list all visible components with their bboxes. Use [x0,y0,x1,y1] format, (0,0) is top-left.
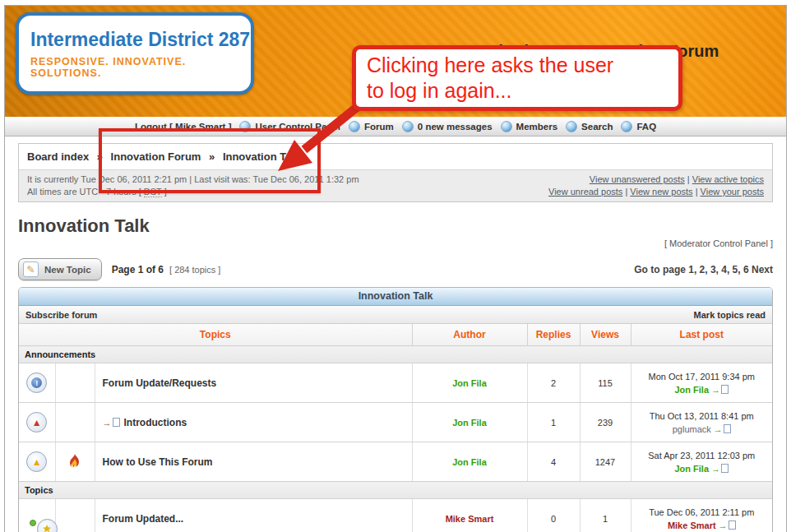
nav-search[interactable]: Search [566,121,613,132]
sticky-red-icon: ▲ [26,412,47,433]
view-your-link[interactable]: View your posts [701,187,764,197]
nav-forum[interactable]: Forum [349,121,394,132]
topic-count: [ 284 topics ] [169,265,220,275]
topic-author[interactable]: Mike Smart [412,499,527,532]
mark-topics-read-link[interactable]: Mark topics read [694,310,766,320]
topic-title[interactable]: Forum Update/Requests [95,363,412,403]
timezone-suffix: ] [162,187,167,197]
topic-author[interactable]: Jon Fila [412,442,527,482]
last-post-date: Sat Apr 23, 2011 12:03 pm [632,449,772,462]
goto-last-post-icon[interactable]: → [711,385,729,395]
breadcrumb-separator: » [209,150,215,163]
breadcrumb: Board index » Innovation Forum » Innovat… [19,144,772,169]
logo-tagline: RESPONSIVE. INNOVATIVE. SOLUTIONS. [30,56,251,79]
next-page-link[interactable]: Next [752,264,773,275]
announce-glyph: ! [31,377,42,388]
topic-views: 239 [580,403,631,442]
column-replies[interactable]: Replies [527,324,580,346]
nav-messages[interactable]: 0 new messages [402,121,493,132]
site-header: Intermediate District 287 RESPONSIVE. IN… [5,6,786,117]
faq-icon [621,121,632,132]
column-lastpost[interactable]: Last post [631,324,772,346]
topic-title[interactable]: How to Use This Forum [95,442,412,482]
view-active-link[interactable]: View active topics [692,174,764,184]
breadcrumb-innovation-talk[interactable]: Innovation Talk [223,150,300,163]
topic-title[interactable]: Introductions [124,417,187,428]
district-287-logo[interactable]: Intermediate District 287 RESPONSIVE. IN… [16,12,254,95]
topic-author[interactable]: Jon Fila [412,363,527,403]
topic-status-cell: ▲ [19,403,55,442]
last-post-user[interactable]: Jon Fila [674,464,709,474]
view-new-link[interactable]: View new posts [630,187,692,197]
topic-author[interactable]: Jon Fila [412,403,527,442]
goto-last-post-icon[interactable]: → [714,424,731,434]
topic-title[interactable]: Forum Updated... [95,499,412,532]
members-icon [501,121,512,132]
goto-newest-post-icon[interactable]: → [103,417,120,428]
last-post-cell: Tue Dec 06, 2011 2:11 pm Mike Smart→ [631,499,772,532]
topic-extra-cell [55,403,95,442]
topic-title-cell: →Introductions [95,403,412,442]
nav-faq[interactable]: FAQ [621,121,656,132]
subscribe-forum-link[interactable]: Subscribe forum [25,310,97,320]
warning-triangle-glyph: ▲ [32,457,42,467]
page-title: Innovation Talk [18,215,773,237]
breadcrumb-box: Board index » Innovation Forum » Innovat… [18,143,773,202]
last-post-user[interactable]: Mike Smart [668,520,716,530]
view-unanswered-link[interactable]: View unanswered posts [590,174,685,184]
topic-replies: 2 [527,363,580,403]
column-author[interactable]: Author [412,324,527,346]
nav-user-control-panel[interactable]: User Control Panel [239,121,340,132]
topic-extra-cell [55,442,95,482]
last-post-date: Mon Oct 17, 2011 9:34 pm [632,370,772,383]
new-topic-label: New Topic [44,265,91,275]
table-row: ★ Forum Updated... Mike Smart 0 1 Tue De… [19,499,772,532]
breadcrumb-innovation-forum[interactable]: Innovation Forum [111,150,201,163]
table-row: ▲ →Introductions Jon Fila 1 239 Thu Oct … [19,403,772,442]
search-icon [566,121,577,132]
current-time: It is currently Tue Dec 06, 2011 2:21 pm… [27,173,359,186]
info-row: It is currently Tue Dec 06, 2011 2:21 pm… [19,169,772,201]
view-links: View unanswered posts | View active topi… [548,173,764,198]
section-announcements: Announcements [19,346,772,363]
timezone-prefix: All times are UTC - 7 hours [ [27,187,144,197]
nav-search-label: Search [581,122,613,132]
pencil-icon: ✎ [23,261,39,277]
nav-logout[interactable]: Logout [ Mike Smart ] [135,122,232,132]
page-frame: Intermediate District 287 RESPONSIVE. IN… [4,5,787,532]
nav-ucp-label: User Control Panel [255,122,340,132]
goto-last-post-icon[interactable]: → [711,464,729,474]
last-post-cell: Thu Oct 13, 2011 8:41 pm pglumack→ [631,403,772,442]
forum-table-title: Innovation Talk [19,288,772,306]
topic-views: 1247 [580,442,631,482]
hot-topic-flame-icon [69,454,81,469]
nav-faq-label: FAQ [636,122,656,132]
page-info: Page 1 of 6 [112,264,164,275]
last-post-cell: Sat Apr 23, 2011 12:03 pm Jon Fila→ [631,442,772,482]
topic-replies: 0 [527,499,580,532]
timezone-line: All times are UTC - 7 hours [ DST ] [27,186,359,198]
view-unread-link[interactable]: View unread posts [548,187,622,197]
last-post-user[interactable]: pglumack [673,424,711,434]
topic-status-cell: ▲ [19,442,55,482]
nav-bar: Logout [ Mike Smart ] User Control Panel… [5,117,786,136]
forum-icon [349,121,360,132]
user-control-panel-icon [239,121,251,132]
goto-last-post-icon[interactable]: → [719,520,736,530]
dst-link[interactable]: DST [144,187,162,197]
new-topic-button[interactable]: ✎ New Topic [18,258,102,280]
nav-members[interactable]: Members [501,121,558,132]
page-number-links[interactable]: 1, 2, 3, 4, 5, 6 [688,264,748,275]
column-views[interactable]: Views [580,324,631,346]
column-topics[interactable]: Topics [19,324,412,346]
last-post-user[interactable]: Jon Fila [674,385,709,395]
moderator-control-panel-link[interactable]: [ Moderator Control Panel ] [18,238,773,248]
breadcrumb-board-index[interactable]: Board index [27,150,89,163]
topic-views: 1 [580,499,631,532]
topic-extra-cell [55,363,95,403]
column-header-row: Topics Author Replies Views Last post [19,324,772,346]
topic-status-cell: ! [19,363,55,403]
view-links-row2: View unread posts | View new posts | Vie… [548,186,764,198]
nav-logout-label: Logout [ Mike Smart ] [135,122,232,132]
table-row: ! Forum Update/Requests Jon Fila 2 115 M… [19,363,772,403]
